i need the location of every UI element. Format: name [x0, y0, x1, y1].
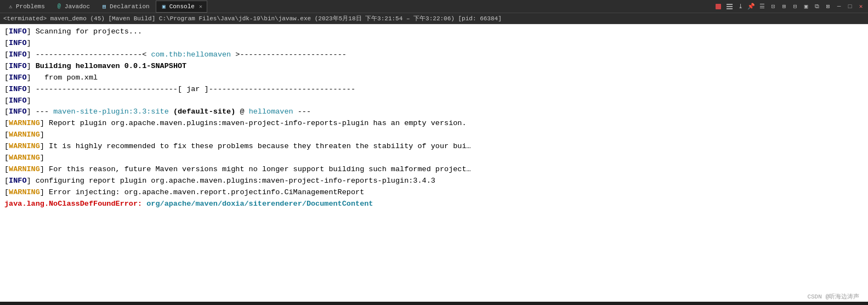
clear-button[interactable] [724, 2, 734, 12]
console-line: [WARNING] It is highly recommended to fi… [4, 141, 864, 152]
tab-declaration-label: Declaration [110, 3, 150, 10]
tab-console[interactable]: ▣ Console ✕ [156, 1, 207, 13]
console-line: [INFO] --------------------------------[… [4, 84, 864, 95]
toolbar-icon-2[interactable]: ⊞ [779, 2, 789, 12]
console-line: [WARNING] Error injecting: org.apache.ma… [4, 187, 864, 199]
svg-rect-3 [727, 8, 733, 9]
close-window-button[interactable]: ✕ [856, 2, 866, 12]
tab-list: ⚠ Problems @ Javadoc ▤ Declaration ▣ Con… [2, 1, 207, 13]
stop-button[interactable] [713, 2, 723, 12]
status-text: <terminated> maven_demo (45) [Maven Buil… [3, 15, 502, 22]
toolbar-icon-3[interactable]: ⊟ [790, 2, 800, 12]
console-line: [INFO] from pom.xml [4, 72, 864, 84]
console-icon: ▣ [161, 3, 167, 10]
tab-javadoc[interactable]: @ Javadoc [51, 1, 95, 13]
toolbar-icon-5[interactable]: ⧉ [812, 2, 822, 12]
console-line: [INFO] [4, 95, 864, 107]
console-line: [INFO] ------------------------< com.thb… [4, 49, 864, 61]
toolbar-icon-6[interactable]: ⊠ [823, 2, 833, 12]
toolbar-icon-1[interactable]: ⊡ [768, 2, 778, 12]
console-line: [WARNING] [4, 152, 864, 164]
scroll-lock-button[interactable]: ⤓ [735, 2, 745, 12]
console-line: [INFO] Scanning for projects... [4, 26, 864, 38]
pin-button[interactable]: 📌 [746, 2, 756, 12]
toolbar-buttons: ⤓ 📌 ☰ ⊡ ⊞ ⊟ ▣ ⧉ ⊠ ─ □ ✕ [713, 2, 866, 12]
minimize-button[interactable]: ─ [834, 2, 844, 12]
console-line: [INFO] Building hellomaven 0.0.1-SNAPSHO… [4, 61, 864, 72]
view-menu-button[interactable]: ☰ [757, 2, 767, 12]
console-line: [INFO] [4, 38, 864, 49]
console-line: [WARNING] Report plugin org.apache.maven… [4, 118, 864, 129]
tab-console-label: Console [169, 3, 195, 10]
csdn-label: CSDN @听海边涛声 [807, 293, 859, 300]
status-bar: <terminated> maven_demo (45) [Maven Buil… [0, 13, 868, 24]
tab-problems-label: Problems [16, 3, 45, 10]
console-close-icon[interactable]: ✕ [199, 3, 202, 10]
console-output: [INFO] Scanning for projects... [INFO] [… [0, 24, 868, 302]
svg-rect-1 [727, 4, 733, 5]
maximize-button[interactable]: □ [845, 2, 855, 12]
console-line: [INFO] --- maven-site-plugin:3.3:site (d… [4, 106, 864, 118]
console-line: [WARNING] [4, 129, 864, 141]
tab-declaration[interactable]: ▤ Declaration [96, 1, 155, 13]
csdn-watermark: CSDN @听海边涛声 [807, 292, 859, 301]
tab-problems[interactable]: ⚠ Problems [2, 1, 50, 13]
svg-rect-0 [716, 4, 721, 9]
svg-rect-2 [727, 6, 733, 7]
javadoc-icon: @ [56, 3, 63, 10]
problems-icon: ⚠ [7, 3, 14, 10]
console-line: java.lang.NoClassDefFoundError: org/apac… [4, 199, 864, 210]
console-line: [WARNING] For this reason, future Maven … [4, 164, 864, 176]
toolbar-icon-4[interactable]: ▣ [801, 2, 811, 12]
tab-bar: ⚠ Problems @ Javadoc ▤ Declaration ▣ Con… [0, 0, 868, 13]
tab-javadoc-label: Javadoc [65, 3, 90, 10]
console-line: [INFO] configuring report plugin org.apa… [4, 176, 864, 187]
declaration-icon: ▤ [101, 3, 107, 10]
